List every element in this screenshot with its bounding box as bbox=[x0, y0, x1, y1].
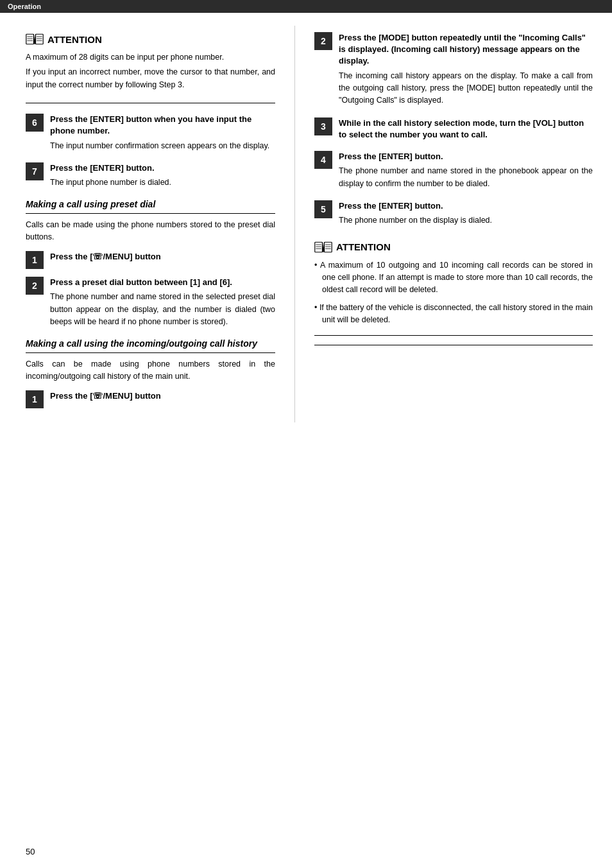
attention-icon-2 bbox=[314, 240, 332, 254]
attention-list-2: A maximum of 10 outgoing and 10 incoming… bbox=[314, 259, 593, 327]
section-call-history: Making a call using the incoming/outgoin… bbox=[26, 338, 275, 408]
preset-step-1-number: 1 bbox=[26, 251, 44, 269]
right-step-3-block: 3 While in the call history selection mo… bbox=[314, 117, 593, 143]
attention-block-2: ATTENTION A maximum of 10 outgoing and 1… bbox=[314, 240, 593, 346]
step-6-desc: The input number confirmation screen app… bbox=[50, 140, 275, 152]
right-step-2-number: 2 bbox=[314, 32, 332, 50]
attention-para-2: If you input an incorrect number, move t… bbox=[26, 66, 275, 91]
section-preset-heading: Making a call using preset dial bbox=[26, 199, 275, 209]
attention-title-1: ATTENTION bbox=[26, 32, 275, 46]
preset-step-2-title: Press a preset dial button between [1] a… bbox=[50, 277, 275, 288]
attention-icon-1 bbox=[26, 32, 44, 46]
preset-step-2-desc: The phone number and name stored in the … bbox=[50, 291, 275, 328]
svg-rect-10 bbox=[315, 242, 323, 252]
preset-step-1-title: Press the [☏/MENU] button bbox=[50, 251, 275, 263]
section-preset-intro: Calls can be made using the phone number… bbox=[26, 219, 275, 243]
incoming-step-1-number: 1 bbox=[26, 390, 44, 408]
page-header: Operation bbox=[0, 0, 612, 13]
right-column: 2 Press the [MODE] button repeatedly unt… bbox=[295, 26, 612, 422]
incoming-step-1-title: Press the [☏/MENU] button bbox=[50, 390, 275, 402]
attention-text-1: A maximum of 28 digits can be input per … bbox=[26, 51, 275, 91]
right-step-4-block: 4 Press the [ENTER] button. The phone nu… bbox=[314, 151, 593, 190]
attention-block-1: ATTENTION A maximum of 28 digits can be … bbox=[26, 32, 275, 103]
right-step-4-title: Press the [ENTER] button. bbox=[339, 151, 593, 162]
section-preset-dial: Making a call using preset dial Calls ca… bbox=[26, 199, 275, 328]
step-7-number: 7 bbox=[26, 162, 44, 180]
right-step-5-number: 5 bbox=[314, 200, 332, 218]
incoming-step-1-content: Press the [☏/MENU] button bbox=[50, 390, 275, 404]
section-history-divider bbox=[26, 352, 275, 353]
header-label: Operation bbox=[8, 3, 41, 10]
preset-step-1-block: 1 Press the [☏/MENU] button bbox=[26, 251, 275, 269]
incoming-step-1-block: 1 Press the [☏/MENU] button bbox=[26, 390, 275, 408]
section-history-heading: Making a call using the incoming/outgoin… bbox=[26, 338, 275, 349]
right-step-4-number: 4 bbox=[314, 151, 332, 169]
right-step-3-number: 3 bbox=[314, 117, 332, 135]
right-step-5-title: Press the [ENTER] button. bbox=[339, 200, 593, 212]
page-number: 50 bbox=[26, 847, 35, 856]
right-step-3-title: While in the call history selection mode… bbox=[339, 117, 593, 141]
right-step-5-desc: The phone number on the display is diale… bbox=[339, 214, 593, 227]
svg-rect-1 bbox=[36, 34, 44, 44]
step-6-content: Press the [ENTER] button when you have i… bbox=[50, 114, 275, 152]
right-step-2-block: 2 Press the [MODE] button repeatedly unt… bbox=[314, 32, 593, 107]
preset-step-2-content: Press a preset dial button between [1] a… bbox=[50, 277, 275, 328]
attention2-bottom-divider bbox=[314, 335, 593, 336]
attention-bullet-2: If the battery of the vehicle is disconn… bbox=[314, 302, 593, 327]
section-history-intro: Calls can be made using phone numbers st… bbox=[26, 358, 275, 383]
step-6-number: 6 bbox=[26, 114, 44, 132]
page-footer: 50 bbox=[26, 847, 35, 856]
right-step-4-desc: The phone number and name stored in the … bbox=[339, 165, 593, 190]
right-step-2-desc: The incoming call history appears on the… bbox=[339, 70, 593, 107]
step-7-block: 7 Press the [ENTER] button. The input ph… bbox=[26, 162, 275, 189]
attention-title-text-2: ATTENTION bbox=[336, 241, 391, 252]
step-7-content: Press the [ENTER] button. The input phon… bbox=[50, 162, 275, 189]
section-preset-divider bbox=[26, 213, 275, 214]
right-step-5-content: Press the [ENTER] button. The phone numb… bbox=[339, 200, 593, 227]
step-7-desc: The input phone number is dialed. bbox=[50, 177, 275, 189]
attention-title-2: ATTENTION bbox=[314, 240, 593, 254]
svg-rect-0 bbox=[26, 34, 34, 44]
step-7-title: Press the [ENTER] button. bbox=[50, 162, 275, 174]
right-step-3-content: While in the call history selection mode… bbox=[339, 117, 593, 143]
left-column: ATTENTION A maximum of 28 digits can be … bbox=[0, 26, 295, 422]
right-step-4-content: Press the [ENTER] button. The phone numb… bbox=[339, 151, 593, 190]
right-step-2-content: Press the [MODE] button repeatedly until… bbox=[339, 32, 593, 107]
step-6-block: 6 Press the [ENTER] button when you have… bbox=[26, 114, 275, 152]
preset-step-2-block: 2 Press a preset dial button between [1]… bbox=[26, 277, 275, 328]
attention-bullet-1: A maximum of 10 outgoing and 10 incoming… bbox=[314, 259, 593, 297]
step-6-title: Press the [ENTER] button when you have i… bbox=[50, 114, 275, 137]
right-step-2-title: Press the [MODE] button repeatedly until… bbox=[339, 32, 593, 67]
attention-title-text-1: ATTENTION bbox=[47, 34, 102, 45]
preset-step-2-number: 2 bbox=[26, 277, 44, 295]
svg-rect-11 bbox=[325, 242, 332, 252]
right-step-5-block: 5 Press the [ENTER] button. The phone nu… bbox=[314, 200, 593, 227]
attention-para-1: A maximum of 28 digits can be input per … bbox=[26, 51, 275, 64]
preset-step-1-content: Press the [☏/MENU] button bbox=[50, 251, 275, 265]
